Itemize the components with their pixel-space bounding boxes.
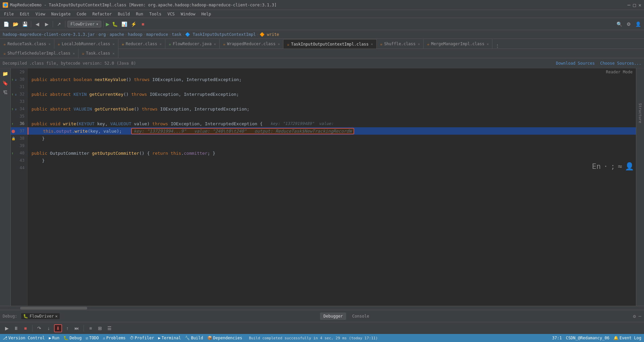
breadcrumb-org[interactable]: org bbox=[99, 32, 106, 37]
debug-frames-btn[interactable]: ≡ bbox=[87, 324, 95, 332]
tab-shufflescheduler[interactable]: ☕ ShuffleSchedulerImpl.class ✕ bbox=[0, 49, 78, 58]
menu-vcs[interactable]: VCS bbox=[165, 11, 177, 17]
menu-code[interactable]: Code bbox=[74, 11, 89, 17]
debug-vars-btn[interactable]: ⊞ bbox=[96, 324, 104, 332]
status-profiler[interactable]: ⏱ Profiler bbox=[130, 336, 154, 340]
tab-close-taskinputoutput[interactable]: ✕ bbox=[371, 42, 373, 46]
user-icon-btn[interactable]: 👤 bbox=[634, 20, 642, 28]
status-terminal[interactable]: ▶ Terminal bbox=[158, 336, 181, 340]
status-version-control[interactable]: ⎇ Version Control bbox=[3, 336, 45, 340]
tab-close-mergemanager[interactable]: ✕ bbox=[487, 42, 489, 46]
breadcrumb-class[interactable]: 🔷 TaskInputOutputContextImpl bbox=[185, 32, 256, 37]
toolbar-back-btn[interactable]: ◀ bbox=[33, 20, 41, 28]
structure-label[interactable]: Structure bbox=[637, 102, 643, 125]
debug-session-close[interactable]: ✕ bbox=[55, 314, 58, 319]
run-button[interactable]: ▶ bbox=[106, 20, 109, 27]
choose-sources-link[interactable]: Choose Sources... bbox=[600, 61, 641, 66]
toolbar-more-run-btn[interactable]: ⚡ bbox=[129, 20, 138, 28]
flow-driver-dropdown[interactable]: FlowDriver ▾ bbox=[67, 21, 101, 27]
toolbar-save-btn[interactable]: 💾 bbox=[21, 20, 29, 28]
tab-close-reducer[interactable]: ✕ bbox=[160, 42, 162, 46]
debug-step-over-btn[interactable]: ↷ bbox=[35, 324, 43, 332]
breadcrumb-hadoop[interactable]: hadoop bbox=[128, 32, 142, 37]
sidebar-structure-icon[interactable]: 🏗 bbox=[1, 88, 9, 96]
toolbar-nav-btn[interactable]: ↗ bbox=[55, 20, 63, 28]
menu-window[interactable]: Window bbox=[178, 11, 198, 17]
status-dependencies[interactable]: 📦 Dependencies bbox=[207, 336, 243, 340]
sidebar-project-icon[interactable]: 📁 bbox=[1, 70, 9, 78]
tab-task[interactable]: ☕ Task.class ✕ bbox=[78, 49, 118, 58]
flow-driver-label: FlowDriver bbox=[70, 22, 95, 26]
tab-close-wrappedreducer[interactable]: ✕ bbox=[278, 42, 280, 46]
debug-run-cursor-btn[interactable]: ⏭ bbox=[73, 324, 81, 332]
search-everywhere-btn[interactable]: 🔍 bbox=[615, 20, 623, 28]
window-controls[interactable]: ─ □ ✕ bbox=[628, 2, 641, 8]
minimize-btn[interactable]: ─ bbox=[628, 2, 630, 8]
tab-reducer[interactable]: ☕ Reducer.class ✕ bbox=[118, 39, 165, 49]
debug-stop-btn[interactable]: ■ bbox=[21, 324, 30, 332]
breadcrumb-task[interactable]: task bbox=[172, 32, 181, 37]
code-editor[interactable]: 29 ↑ ↓ 30 31 ↑ ↓ 32 33 ↑ ↓ 34 35 ↑ 36 bbox=[11, 68, 644, 306]
menu-build[interactable]: Build bbox=[115, 11, 132, 17]
tab-close-task[interactable]: ✕ bbox=[113, 52, 115, 55]
scrollbar-thumb[interactable] bbox=[20, 307, 87, 310]
toolbar-new-btn[interactable]: 📄 bbox=[2, 20, 10, 28]
reader-mode-btn[interactable]: Reader Mode bbox=[605, 68, 634, 76]
sidebar-bookmarks-icon[interactable]: 🔖 bbox=[1, 79, 9, 87]
debug-step-out-btn[interactable]: ↑ bbox=[63, 324, 71, 332]
tab-shuffle[interactable]: ☕ Shuffle.class ✕ bbox=[377, 39, 424, 49]
status-problems[interactable]: ⚠ Problems bbox=[103, 336, 126, 340]
menu-help[interactable]: Help bbox=[199, 11, 214, 17]
event-log[interactable]: 🔔 Event Log bbox=[613, 336, 641, 340]
download-sources-link[interactable]: Download Sources bbox=[556, 61, 595, 66]
tab-close-localjobrunner[interactable]: ✕ bbox=[113, 42, 115, 46]
status-todo[interactable]: ☑ TODO bbox=[86, 336, 99, 340]
toolbar-coverage-btn[interactable]: 📊 bbox=[120, 20, 128, 28]
debug-pause-btn[interactable]: ⏸ bbox=[12, 324, 20, 332]
code-content[interactable]: public abstract boolean nextKeyValue() t… bbox=[28, 68, 636, 306]
tabs-bar-row1: ☕ ReduceTask.class ✕ ☕ LocalJobRunner.cl… bbox=[0, 39, 644, 49]
breadcrumb-mapreduce[interactable]: mapreduce bbox=[146, 32, 168, 37]
menu-tools[interactable]: Tools bbox=[147, 11, 164, 17]
breadcrumb-apache[interactable]: apache bbox=[110, 32, 124, 37]
debug-settings-icon[interactable]: ⚙ bbox=[633, 314, 636, 319]
tab-taskinputoutput[interactable]: ☕ TaskInputOutputContextImpl.class ✕ bbox=[283, 39, 376, 49]
debug-resume-btn[interactable]: ▶ bbox=[3, 324, 11, 332]
line-numbers-gutter: 29 ↑ ↓ 30 31 ↑ ↓ 32 33 ↑ ↓ 34 35 ↑ 36 bbox=[11, 68, 28, 306]
tab-debugger[interactable]: Debugger bbox=[320, 313, 346, 320]
tab-close-reducetask[interactable]: ✕ bbox=[49, 42, 51, 46]
menu-file[interactable]: File bbox=[1, 11, 16, 17]
toolbar-stop-btn[interactable]: ■ bbox=[139, 20, 147, 28]
debug-minimize-icon[interactable]: ─ bbox=[639, 314, 641, 319]
tab-console[interactable]: Console bbox=[349, 313, 373, 320]
menu-refactor[interactable]: Refactor bbox=[90, 11, 114, 17]
debug-step-into-btn[interactable]: ↓ bbox=[45, 324, 53, 332]
menu-run[interactable]: Run bbox=[133, 11, 146, 17]
tab-flowreducer[interactable]: ☕ FlowReducer.java ✕ bbox=[165, 39, 220, 49]
status-debug[interactable]: 🐛 Debug bbox=[63, 336, 82, 340]
tab-more-btn[interactable]: ⋮ bbox=[492, 43, 502, 49]
tab-close-shuffle[interactable]: ✕ bbox=[418, 42, 420, 46]
tab-wrappedreducer[interactable]: ☕ WrappedReducer.class ✕ bbox=[220, 39, 284, 49]
tab-close-shufflescheduler[interactable]: ✕ bbox=[73, 52, 75, 55]
horizontal-scrollbar[interactable] bbox=[0, 306, 644, 310]
breadcrumb-jar[interactable]: hadoop-mapreduce-client-core-3.1.3.jar bbox=[3, 32, 95, 37]
menu-navigate[interactable]: Navigate bbox=[49, 11, 73, 17]
toolbar-debug-btn[interactable]: 🐛 bbox=[111, 20, 119, 28]
tab-reducetask[interactable]: ☕ ReduceTask.class ✕ bbox=[0, 39, 54, 49]
close-btn[interactable]: ✕ bbox=[639, 2, 641, 8]
menu-view[interactable]: View bbox=[33, 11, 48, 17]
debug-session-item[interactable]: 🐛 FlowDriver ✕ bbox=[21, 313, 59, 319]
debug-step-into-highlighted-btn[interactable]: ⬇ bbox=[54, 324, 62, 332]
status-run[interactable]: ▶ Run bbox=[49, 336, 59, 340]
settings-icon-btn[interactable]: ⚙ bbox=[625, 20, 633, 28]
maximize-btn[interactable]: □ bbox=[633, 2, 636, 8]
menu-edit[interactable]: Edit bbox=[17, 11, 32, 17]
debug-threads-btn[interactable]: ☰ bbox=[105, 324, 113, 332]
status-build[interactable]: 🔧 Build bbox=[185, 336, 203, 340]
tab-close-flowreducer[interactable]: ✕ bbox=[214, 42, 216, 46]
toolbar-forward-btn[interactable]: ▶ bbox=[43, 20, 51, 28]
tab-localjobrunner[interactable]: ☕ LocalJobRunner.class ✕ bbox=[54, 39, 118, 49]
toolbar-open-btn[interactable]: 📂 bbox=[11, 20, 19, 28]
tab-mergemanager[interactable]: ☕ MergeManagerImpl.class ✕ bbox=[424, 39, 492, 49]
